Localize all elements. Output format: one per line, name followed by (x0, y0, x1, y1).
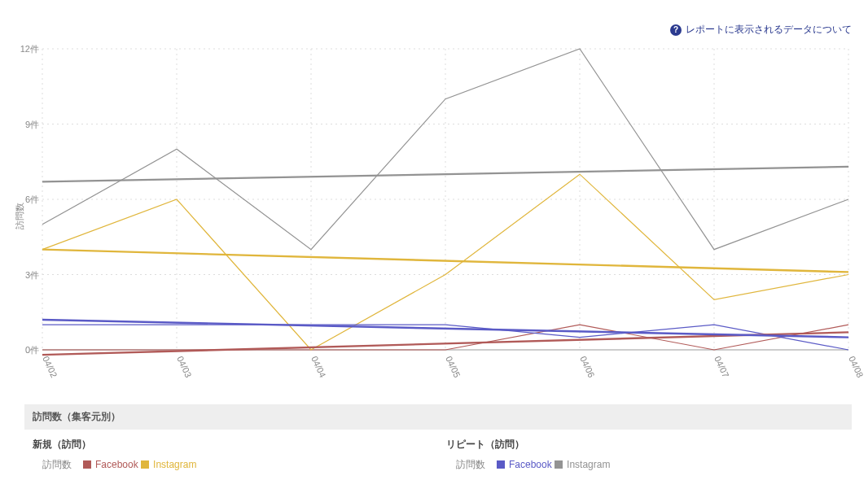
legend-item: Facebook (497, 459, 552, 470)
line-chart: 訪問数 0件3件6件9件12件04/0204/0304/0404/0504/06… (24, 41, 852, 391)
legend-swatch (497, 460, 505, 469)
svg-text:9件: 9件 (25, 120, 39, 129)
legend-swatch (83, 460, 91, 469)
legend-metric-label: 訪問数 (42, 458, 72, 472)
legend-item: Instagram (141, 459, 196, 470)
svg-text:04/07: 04/07 (712, 355, 731, 379)
help-link-text: レポートに表示されるデータについて (686, 23, 852, 37)
legend-label: Facebook (509, 459, 552, 470)
question-icon: ? (670, 24, 682, 36)
legend-item: Facebook (83, 459, 138, 470)
svg-text:04/03: 04/03 (175, 355, 194, 379)
chart-footer: 訪問数（集客元別） 新規（訪問） 訪問数 Facebook Instagram … (24, 404, 852, 472)
legend-item: Instagram (555, 459, 610, 470)
legend-label: Facebook (95, 459, 138, 470)
svg-text:12件: 12件 (20, 44, 39, 54)
footer-bar-title: 訪問数（集客元別） (24, 404, 852, 430)
svg-text:04/02: 04/02 (41, 355, 59, 379)
svg-text:3件: 3件 (25, 270, 39, 280)
legend-swatch (555, 460, 563, 469)
svg-text:0件: 0件 (25, 345, 39, 355)
legend-group-new: 新規（訪問） 訪問数 Facebook Instagram (24, 438, 438, 472)
svg-text:6件: 6件 (25, 194, 39, 204)
legend-label: Instagram (567, 459, 610, 470)
legend-label: Instagram (153, 459, 196, 470)
y-axis-label: 訪問数 (14, 203, 26, 229)
svg-line-24 (42, 332, 848, 355)
legend-swatch (141, 460, 149, 469)
help-link[interactable]: ? レポートに表示されるデータについて (670, 23, 852, 37)
svg-text:04/08: 04/08 (847, 355, 866, 379)
svg-text:04/04: 04/04 (309, 355, 328, 379)
legend-group-repeat: リピート（訪問） 訪問数 Facebook Instagram (438, 438, 852, 472)
legend-group-title: リピート（訪問） (446, 438, 852, 452)
chart-svg: 0件3件6件9件12件04/0204/0304/0404/0504/0604/0… (24, 41, 852, 391)
legend-group-title: 新規（訪問） (33, 438, 438, 452)
svg-text:04/05: 04/05 (444, 355, 462, 379)
svg-text:04/06: 04/06 (578, 355, 597, 379)
svg-line-27 (42, 167, 848, 182)
legend-metric-label: 訪問数 (456, 458, 485, 472)
